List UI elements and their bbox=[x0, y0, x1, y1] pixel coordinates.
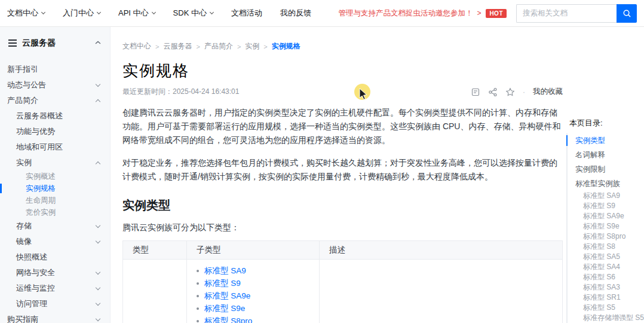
sidebar-item-label: 实例规格 bbox=[26, 184, 56, 194]
chevron-icon bbox=[96, 99, 100, 103]
toc-item[interactable]: 标准型 SA9 bbox=[568, 191, 644, 201]
sidebar-item[interactable]: 动态与公告 bbox=[0, 77, 110, 93]
breadcrumb-item[interactable]: 文档中心 > bbox=[122, 41, 163, 51]
breadcrumb-separator: > bbox=[155, 43, 159, 50]
sidebar-item[interactable]: 生命周期 bbox=[0, 194, 110, 206]
sidebar-item-label: 网络与安全 bbox=[16, 267, 55, 278]
sidebar-item[interactable]: 新手指引 bbox=[0, 62, 110, 77]
share-icon[interactable] bbox=[488, 87, 498, 97]
table-header-row: 类型 子类型 描述 bbox=[123, 241, 563, 260]
search-button[interactable] bbox=[617, 4, 637, 23]
toc-item[interactable]: 标准型 SR1 bbox=[568, 292, 644, 303]
sidebar-header: 云服务器 bbox=[0, 27, 110, 48]
sidebar-item[interactable]: 存储 bbox=[0, 218, 110, 234]
topnav-item-label: SDK 中心 bbox=[173, 8, 207, 19]
chevron-down-icon bbox=[97, 10, 101, 14]
subtype-link[interactable]: 标准型 S9 bbox=[204, 278, 241, 289]
topnav-item[interactable]: 文档中心 bbox=[7, 8, 45, 19]
toc-item-label: 标准型 SA9 bbox=[583, 191, 620, 201]
subtype-link[interactable]: 标准型 SA9 bbox=[204, 266, 246, 276]
sidebar-item[interactable]: 快照概述 bbox=[0, 249, 110, 265]
toc-item[interactable]: 标准型 S5 bbox=[568, 303, 644, 313]
my-favorites-link[interactable]: 我的收藏 bbox=[533, 87, 563, 97]
toc-item[interactable]: 标准型 SA5 bbox=[568, 252, 644, 262]
toc-item[interactable]: 标准型 S6 bbox=[568, 272, 644, 282]
sidebar-item[interactable]: 访问管理 bbox=[0, 296, 110, 312]
toc-item-label: 标准型 SA4 bbox=[583, 262, 620, 272]
toc-item-label: 名词解释 bbox=[575, 150, 605, 160]
chevron-icon bbox=[96, 238, 100, 243]
topnav-item[interactable]: 我的反馈 bbox=[280, 8, 311, 19]
sidebar-item[interactable]: 功能与优势 bbox=[0, 124, 110, 139]
toc-item[interactable]: 标准型 S8pro bbox=[568, 231, 644, 242]
promo-arrow: > bbox=[477, 9, 481, 17]
topnav-item-label: 入门中心 bbox=[63, 8, 94, 19]
bullet-icon bbox=[197, 282, 199, 285]
toc-item[interactable]: 标准型 S9e bbox=[568, 221, 644, 231]
breadcrumb-item[interactable]: 实例规格 bbox=[272, 41, 309, 51]
promo-banner-link[interactable]: 管理与支持产品文档捉虫活动邀您参加！ bbox=[338, 8, 473, 19]
subtype-link[interactable]: 标准型 SA9e bbox=[204, 291, 250, 301]
chevron-icon bbox=[96, 316, 100, 321]
last-updated: 最近更新时间：2025-04-24 16:43:01 bbox=[122, 87, 239, 97]
toc-item-label: 标准存储增强型 S5se bbox=[583, 313, 644, 323]
sidebar-item[interactable]: 地域和可用区 bbox=[0, 139, 110, 155]
export-document-icon[interactable] bbox=[471, 87, 480, 97]
sidebar-item[interactable]: 实例规格 bbox=[0, 182, 110, 194]
sidebar-item[interactable]: 镜像 bbox=[0, 234, 110, 249]
chevron-icon bbox=[96, 81, 100, 86]
sidebar-item[interactable]: 云服务器概述 bbox=[0, 108, 110, 124]
toc-item[interactable]: 标准型 SA9e bbox=[568, 211, 644, 221]
col-header-type: 类型 bbox=[123, 241, 187, 260]
toc-item[interactable]: 标准型实例族 bbox=[568, 176, 644, 191]
search-icon bbox=[622, 9, 631, 18]
topnav-item[interactable]: 入门中心 bbox=[63, 8, 100, 19]
subtype-link[interactable]: 标准型 S9e bbox=[204, 303, 245, 314]
toc-item[interactable]: 标准型 S8 bbox=[568, 242, 644, 252]
breadcrumb-item[interactable]: 实例 > bbox=[245, 41, 271, 51]
breadcrumb-item[interactable]: 云服务器 > bbox=[163, 41, 204, 51]
toc-item[interactable]: 实例类型 bbox=[568, 133, 644, 148]
topnav-item-label: API 中心 bbox=[118, 8, 149, 19]
favorite-star-icon[interactable] bbox=[505, 87, 515, 97]
toc-item[interactable]: 标准型 S9 bbox=[568, 201, 644, 211]
toc-item-label: 标准型 SA9e bbox=[583, 211, 624, 221]
menu-hamburger-icon[interactable] bbox=[8, 39, 17, 47]
sidebar-item[interactable]: 运维与监控 bbox=[0, 281, 110, 296]
subtype-list-item: 标准型 SA9 bbox=[197, 264, 309, 277]
topnav-item[interactable]: API 中心 bbox=[118, 8, 155, 19]
bullet-icon bbox=[197, 320, 199, 322]
subtype-list-item: 标准型 SA9e bbox=[197, 290, 309, 302]
breadcrumb-item-label: 实例规格 bbox=[272, 41, 300, 51]
sidebar-item[interactable]: 购买指南 bbox=[0, 312, 110, 323]
sidebar-item[interactable]: 竞价实例 bbox=[0, 206, 110, 218]
toc-item[interactable]: 名词解释 bbox=[568, 148, 644, 162]
sidebar-item[interactable]: 网络与安全 bbox=[0, 265, 110, 281]
topnav-item[interactable]: SDK 中心 bbox=[173, 8, 213, 19]
toc-item-label: 标准型 S6 bbox=[583, 272, 615, 282]
sidebar-item[interactable]: 产品简介 bbox=[0, 93, 110, 108]
sidebar-menu: 新手指引 动态与公告 产品简介 云服务器概述 功能与优势 bbox=[0, 62, 110, 323]
breadcrumb-separator: > bbox=[196, 43, 200, 50]
search-input[interactable] bbox=[516, 4, 617, 23]
toc-item-label: 标准型 SR1 bbox=[583, 292, 621, 303]
sidebar-item[interactable]: 实例概述 bbox=[0, 170, 110, 182]
toc-item[interactable]: 标准型 SA4 bbox=[568, 262, 644, 272]
article-actions: · 我的收藏 bbox=[471, 87, 563, 97]
page-title: 实例规格 bbox=[122, 60, 563, 81]
toc-item[interactable]: 标准存储增强型 S5se bbox=[568, 313, 644, 323]
collapse-all-icon[interactable] bbox=[94, 39, 102, 47]
sidebar-item-label: 运维与监控 bbox=[16, 283, 55, 294]
toc-item-label: 标准型 S9 bbox=[583, 201, 615, 211]
breadcrumb-item-label: 产品简介 bbox=[204, 41, 233, 51]
topnav-item[interactable]: 文档活动 bbox=[231, 8, 262, 19]
toc-item-label: 标准型 S8 bbox=[583, 242, 615, 252]
main-content: 文档中心 > 云服务器 > 产品简介 > 实例 > bbox=[111, 27, 644, 323]
toc-item-label: 标准型实例族 bbox=[575, 179, 620, 189]
toc-item-label: 标准型 S5 bbox=[583, 303, 615, 313]
subtype-link[interactable]: 标准型 S8pro bbox=[204, 316, 252, 323]
toc-item[interactable]: 标准型 SA3 bbox=[568, 282, 644, 292]
toc-item[interactable]: 实例限制 bbox=[568, 162, 644, 176]
sidebar-item[interactable]: 实例 bbox=[0, 155, 110, 170]
breadcrumb-item[interactable]: 产品简介 > bbox=[204, 41, 245, 51]
